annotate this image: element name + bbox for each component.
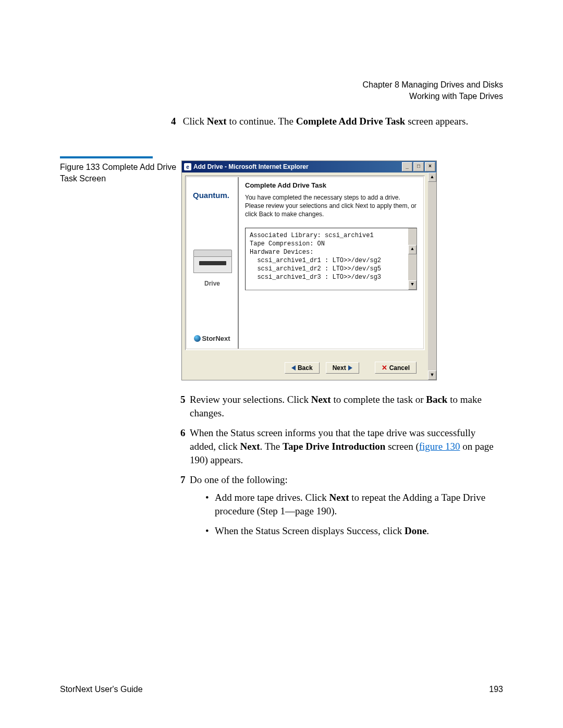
step-5: 5 Review your selections. Click Next to … (180, 393, 500, 420)
page-header: Chapter 8 Managing Drives and Disks Work… (363, 79, 503, 102)
window-title: Add Drive - Microsoft Internet Explorer (193, 163, 309, 170)
wizard-sidebar: Quantum. Drive StorNext (187, 177, 239, 349)
wizard-panel: Quantum. Drive StorNext Complete Add Dri… (185, 176, 425, 350)
scroll-down-icon[interactable]: ▼ (408, 280, 417, 290)
bullet-item: When the Status Screen displays Success,… (205, 524, 500, 538)
wizard-content: Complete Add Drive Task You have complet… (239, 177, 423, 349)
scroll-up-icon[interactable]: ▲ (428, 172, 436, 182)
back-button[interactable]: Back (285, 362, 320, 374)
chapter-title: Chapter 8 Managing Drives and Disks (363, 79, 503, 91)
ie-icon: e (184, 163, 191, 170)
screenshot-window: e Add Drive - Microsoft Internet Explore… (181, 161, 437, 380)
task-description: You have completed the necessary steps t… (245, 193, 417, 218)
arrow-right-icon (348, 365, 352, 371)
summary-scrollbar[interactable]: ▲ ▼ (408, 228, 417, 290)
figure-link[interactable]: figure 130 (419, 441, 460, 452)
section-title: Working with Tape Drives (363, 91, 503, 102)
arrow-left-icon (291, 365, 296, 371)
drive-label: Drive (190, 280, 235, 287)
minimize-button[interactable]: _ (402, 162, 412, 171)
step-number: 4 (171, 115, 180, 128)
x-icon: ✕ (382, 364, 387, 372)
product-badge: StorNext (187, 335, 238, 342)
step-4: 4 Click Next to continue. The Complete A… (180, 115, 493, 128)
close-button[interactable]: × (425, 162, 435, 171)
bullet-item: Add more tape drives. Click Next to repe… (205, 491, 500, 518)
task-title: Complete Add Drive Task (245, 181, 417, 189)
cancel-button[interactable]: ✕ Cancel (375, 362, 417, 374)
brand-logo: Quantum. (190, 191, 235, 200)
rule-accent (60, 156, 153, 158)
outer-scrollbar[interactable]: ▲ ▼ (428, 172, 436, 380)
globe-icon (194, 335, 201, 342)
drive-illustration (193, 250, 231, 275)
page-number: 193 (489, 685, 503, 694)
summary-textarea: Associated Library: scsi_archive1 Tape C… (245, 228, 417, 290)
step-6: 6 When the Status screen informs you tha… (180, 426, 500, 467)
footer-guide-title: StorNext User's Guide (60, 685, 143, 694)
scroll-down-icon[interactable]: ▼ (428, 371, 436, 380)
figure-caption: Figure 133 Complete Add Drive Task Scree… (60, 162, 180, 184)
maximize-button[interactable]: □ (413, 162, 424, 171)
window-titlebar: e Add Drive - Microsoft Internet Explore… (182, 161, 436, 172)
step-7: 7 Do one of the following: Add more tape… (180, 473, 500, 538)
next-button[interactable]: Next (326, 362, 359, 374)
scroll-up-icon[interactable]: ▲ (408, 245, 417, 254)
